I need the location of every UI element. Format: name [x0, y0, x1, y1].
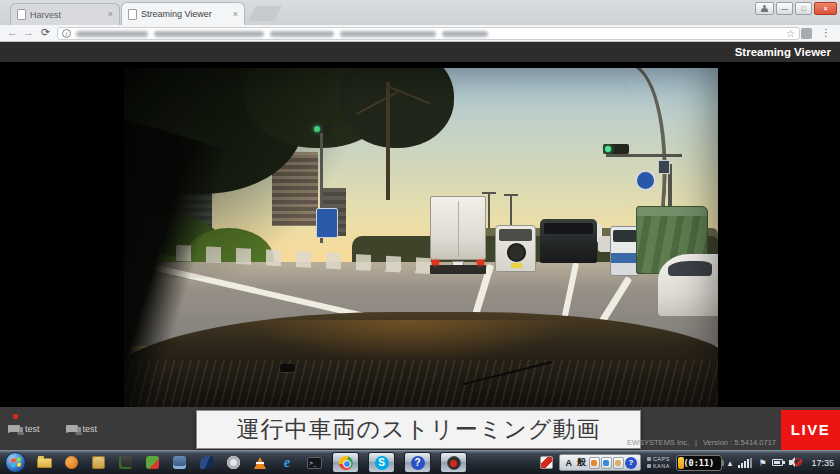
map-app-icon[interactable]	[143, 455, 161, 471]
ime-pad-icon[interactable]	[601, 457, 612, 469]
explorer-icon[interactable]	[35, 455, 53, 471]
skype-task-button[interactable]: S	[368, 452, 395, 473]
maximize-button[interactable]: □	[795, 2, 812, 15]
ime-input-mode[interactable]: A	[563, 458, 574, 468]
alert-indicator-icon	[13, 414, 18, 419]
tab-close-icon[interactable]: ×	[233, 10, 238, 19]
chrome-icon	[339, 456, 353, 470]
skype-icon: S	[375, 456, 389, 470]
tab-streaming-viewer[interactable]: Streaming Viewer ×	[121, 2, 245, 25]
page-icon	[128, 9, 137, 20]
vlc-icon[interactable]	[251, 455, 269, 471]
ime-tools-icon[interactable]	[589, 457, 600, 469]
browser-toolbar: ← → ⟳ i ☆ ⋮	[0, 25, 840, 42]
taskbar-left: e >_ S ?	[0, 452, 540, 473]
forward-icon[interactable]: →	[23, 26, 34, 38]
browser-menu-icon[interactable]: ⋮	[821, 27, 831, 38]
tray-app-icon[interactable]	[540, 456, 553, 469]
taskbar-clock[interactable]: 17:35	[808, 458, 834, 468]
version-text: EWSYSTEMS Inc. | Version : 5.5414.0717	[627, 438, 776, 447]
new-tab-button[interactable]	[248, 6, 282, 21]
show-hidden-icons[interactable]: ▴	[728, 458, 733, 468]
back-icon[interactable]: ←	[7, 26, 18, 38]
ring-app-icon[interactable]	[224, 455, 242, 471]
command-prompt-icon[interactable]: >_	[305, 455, 323, 471]
gps-app-icon[interactable]	[116, 455, 134, 471]
refresh-icon[interactable]: ⟳	[41, 26, 50, 39]
vehicle-icon	[8, 425, 20, 433]
chrome-task-button[interactable]	[332, 452, 359, 473]
ime-dictionary-icon[interactable]	[613, 457, 624, 469]
vehicle-item[interactable]: test	[8, 424, 40, 434]
minimize-button[interactable]: —	[776, 2, 793, 15]
media-app-icon[interactable]	[62, 455, 80, 471]
system-tray: A 般 ? CAPS KANA (0:11) ▴ ⚑	[540, 454, 840, 471]
address-bar[interactable]: i ☆	[57, 27, 800, 40]
browser-tabstrip: Harvest × Streaming Viewer × — □ ×	[0, 0, 840, 25]
info-icon[interactable]: i	[62, 29, 71, 38]
ime-toolbar: A 般 ?	[559, 454, 641, 471]
video-stream[interactable]	[124, 68, 718, 407]
network-icon[interactable]	[738, 458, 752, 468]
start-button-icon[interactable]	[5, 452, 26, 473]
photo-app-icon[interactable]	[89, 455, 107, 471]
window-controls: — □ ×	[755, 2, 837, 15]
desktop-screen: Harvest × Streaming Viewer × — □ × ← → ⟳…	[0, 0, 840, 474]
lens-vignette	[124, 68, 718, 407]
person-icon	[761, 5, 768, 12]
battery-tray-icon[interactable]	[772, 459, 783, 466]
tab-label: Harvest	[30, 10, 104, 20]
volume-muted-icon[interactable]	[789, 457, 802, 469]
close-button[interactable]: ×	[814, 2, 837, 15]
taskbar: e >_ S ? A 般 ? CAPS KANA (0:11)	[0, 450, 840, 474]
help-task-button[interactable]: ?	[404, 452, 431, 473]
battery-meter[interactable]: (0:11)	[676, 455, 722, 471]
vehicle-label: test	[83, 424, 98, 434]
vehicle-item[interactable]: test	[66, 424, 98, 434]
tab-label: Streaming Viewer	[141, 9, 229, 19]
tab-harvest[interactable]: Harvest ×	[10, 3, 120, 25]
media-task-button[interactable]	[440, 452, 467, 473]
fin-app-icon[interactable]	[197, 455, 215, 471]
live-badge: LIVE	[781, 410, 840, 450]
caps-kana-indicator: CAPS KANA	[647, 456, 670, 469]
help-icon: ?	[411, 456, 425, 470]
blue-app-icon[interactable]	[170, 455, 188, 471]
vehicle-label: test	[25, 424, 40, 434]
page-icon	[17, 9, 26, 20]
media-player-icon	[447, 456, 461, 470]
footer-bar: test test 運行中車両のストリーミング動画 EWSYSTEMS Inc.…	[0, 407, 840, 450]
url-redacted	[76, 31, 781, 37]
internet-explorer-icon[interactable]: e	[278, 455, 296, 471]
page-title: Streaming Viewer	[0, 42, 840, 62]
ime-conversion-mode[interactable]: 般	[575, 456, 588, 469]
action-center-flag-icon[interactable]: ⚑	[758, 458, 766, 468]
stream-caption: 運行中車両のストリーミング動画	[196, 410, 641, 449]
bookmark-star-icon[interactable]: ☆	[786, 28, 795, 39]
vehicle-icon	[66, 425, 78, 433]
ime-help-icon[interactable]: ?	[625, 457, 637, 469]
vehicle-list: test test	[8, 424, 97, 434]
extension-icon[interactable]	[801, 28, 812, 39]
tab-close-icon[interactable]: ×	[108, 10, 113, 19]
profile-button[interactable]	[755, 2, 774, 15]
